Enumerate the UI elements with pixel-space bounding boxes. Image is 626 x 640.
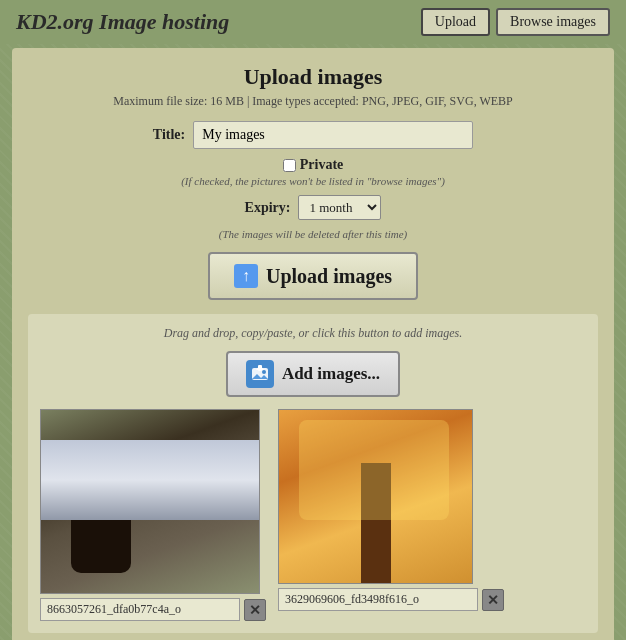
- svg-point-1: [262, 370, 266, 374]
- private-checkbox[interactable]: [283, 159, 296, 172]
- drop-hint: Drag and drop, copy/paste, or click this…: [40, 326, 586, 341]
- private-label[interactable]: Private: [283, 157, 344, 173]
- upload-button-label: Upload images: [266, 265, 392, 288]
- expiry-label: Expiry:: [245, 200, 291, 216]
- title-label: Title:: [153, 127, 185, 143]
- title-row: Title:: [153, 121, 473, 149]
- header-buttons: Upload Browse images: [421, 8, 610, 36]
- add-images-icon: [246, 360, 274, 388]
- image-gallery: ✕ ✕: [40, 409, 586, 621]
- subtitle: Maximum file size: 16 MB | Image types a…: [28, 94, 598, 109]
- page-title: Upload images: [28, 64, 598, 90]
- drop-zone-container: Drag and drop, copy/paste, or click this…: [28, 314, 598, 633]
- add-images-button[interactable]: Add images...: [226, 351, 400, 397]
- header: KD2.org Image hosting Upload Browse imag…: [0, 0, 626, 44]
- image-filename-row: ✕: [278, 588, 504, 611]
- private-hint: (If checked, the pictures won't be liste…: [181, 175, 445, 187]
- upload-button[interactable]: ↑ Upload images: [208, 252, 418, 300]
- browse-images-nav-button[interactable]: Browse images: [496, 8, 610, 36]
- main-container: Upload images Maximum file size: 16 MB |…: [12, 48, 614, 640]
- image-filename-input[interactable]: [40, 598, 240, 621]
- title-input[interactable]: [193, 121, 473, 149]
- expiry-select[interactable]: 1 week 1 month 3 months 6 months 1 year …: [298, 195, 381, 220]
- svg-marker-4: [256, 365, 264, 370]
- image-item: ✕: [40, 409, 266, 621]
- upload-arrow-icon: ↑: [234, 264, 258, 288]
- image-filename-row: ✕: [40, 598, 266, 621]
- image-thumbnail: [278, 409, 473, 584]
- add-images-button-label: Add images...: [282, 364, 380, 384]
- remove-image-button[interactable]: ✕: [482, 589, 504, 611]
- upload-nav-button[interactable]: Upload: [421, 8, 490, 36]
- expiry-row: Expiry: 1 week 1 month 3 months 6 months…: [245, 195, 382, 220]
- upload-form: Title: Private (If checked, the pictures…: [28, 121, 598, 300]
- expiry-hint: (The images will be deleted after this t…: [219, 228, 408, 240]
- remove-image-button[interactable]: ✕: [244, 599, 266, 621]
- app-title: KD2.org Image hosting: [16, 9, 229, 35]
- image-filename-input[interactable]: [278, 588, 478, 611]
- image-item: ✕: [278, 409, 504, 621]
- private-row: Private (If checked, the pictures won't …: [181, 157, 445, 187]
- image-thumbnail: [40, 409, 260, 594]
